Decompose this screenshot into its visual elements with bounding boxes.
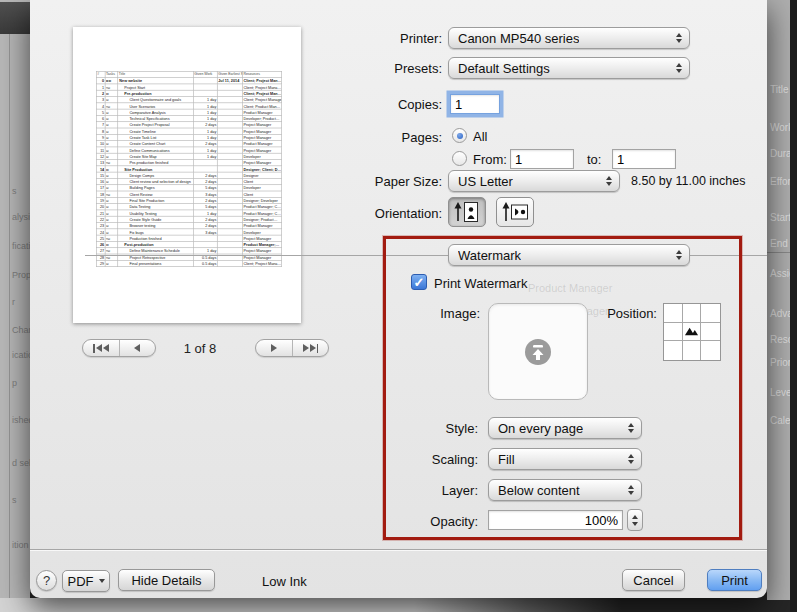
bg-frag: s [12,495,17,505]
bg-frag: ition [12,540,29,550]
background-table-gridline [9,34,10,600]
bg-rlabel: Start [770,212,790,223]
pages-from-label: From: [473,152,507,167]
background-app-bottom-strip [0,598,797,612]
bg-rlabel: Priority [770,357,790,368]
printer-value: Canon MP540 series [458,31,579,46]
bg-rlabel: Assignments [770,268,790,279]
preview-table-row: 29⊟Final presentations0.5 daysClient; Pr… [96,260,281,266]
pages-to-input[interactable]: 1 [612,149,676,169]
bg-frag: alysis [12,212,30,222]
bg-frag: Proposal [12,270,30,280]
hide-details-label: Hide Details [131,573,201,588]
footer-divider-highlight [30,550,767,551]
background-inspector-divider [767,252,790,253]
pages-all-label: All [473,129,487,144]
low-ink-status: Low Ink [262,574,307,589]
bg-rlabel: Duration [770,148,790,159]
print-preview-page: #TasksTitleGiven WorkGiven Earliest Star… [73,27,301,323]
portrait-icon [453,200,481,224]
bg-frag: fications [12,241,30,251]
popup-arrows-icon [676,33,682,43]
question-mark-icon: ? [43,573,50,588]
last-page-button[interactable] [292,340,329,356]
bg-frag: p [12,378,17,388]
previous-page-button[interactable] [119,340,156,356]
cancel-label: Cancel [633,573,673,588]
pages-from-value: 1 [515,152,522,167]
preview-project-table: #TasksTitleGiven WorkGiven Earliest Star… [96,71,282,267]
paper-size-label: Paper Size: [312,174,442,189]
background-app-left-strip: salysisficationsProposalrCharticationspi… [0,0,30,600]
bg-rlabel: Effort [770,176,790,187]
copies-input[interactable]: 1 [450,94,500,114]
pages-from-input[interactable]: 1 [510,149,574,169]
copies-value: 1 [455,97,462,112]
bg-frag: Chart [12,325,30,335]
bg-rlabel: Calendar [770,415,790,426]
hide-details-button[interactable]: Hide Details [118,569,215,591]
screenshot-canvas: salysisficationsProposalrCharticationspi… [0,0,797,612]
pages-all-radio[interactable] [452,128,467,143]
annotation-highlight-rectangle [383,236,742,540]
bg-rlabel: Work [770,122,790,133]
popup-arrows-icon [676,63,682,73]
pages-label: Pages: [312,130,442,145]
printer-label: Printer: [312,31,442,46]
preview-table: #TasksTitleGiven WorkGiven Earliest Star… [96,71,283,281]
print-dialog-sheet: #TasksTitleGiven WorkGiven Earliest Star… [30,0,767,598]
presets-popup[interactable]: Default Settings [448,57,690,79]
bg-frag: ished [12,415,30,425]
bg-rlabel: Title [770,84,789,95]
pdf-label: PDF [68,574,94,589]
pages-to-label: to: [587,152,601,167]
landscape-icon [501,200,529,224]
printer-popup[interactable]: Canon MP540 series [448,27,690,49]
orientation-portrait-button[interactable] [448,197,486,227]
bg-frag: s [12,186,17,196]
paper-size-info: 8.50 by 11.00 inches [631,174,745,188]
bg-rlabel: End [770,238,788,249]
pdf-menu-button[interactable]: PDF [62,570,110,592]
bg-frag: d selection [12,458,30,468]
copies-label: Copies: [312,97,442,112]
cancel-button[interactable]: Cancel [622,569,685,591]
pages-to-value: 1 [617,152,624,167]
bg-frag: r [12,297,15,307]
presets-value: Default Settings [458,61,550,76]
next-page-button[interactable] [256,340,292,356]
bg-rlabel: Leveling [770,387,790,398]
orientation-landscape-button[interactable] [496,197,534,227]
page-indicator: 1 of 8 [160,341,240,356]
popup-arrows-icon [606,176,612,186]
background-app-toolbar [0,2,30,34]
background-app-inspector-strip: TitleWorkDurationEffortStartEndAssignmen… [767,0,790,600]
paper-size-popup[interactable]: US Letter [448,170,620,192]
pdf-dropdown-icon [99,579,105,583]
first-page-button[interactable] [83,340,119,356]
print-label: Print [721,573,748,588]
print-button[interactable]: Print [707,569,762,591]
presets-label: Presets: [312,61,442,76]
bg-rlabel: Advanced [770,308,790,319]
background-dark-edge [790,0,797,612]
orientation-label: Orientation: [312,206,442,221]
preview-nav-back-group [82,339,156,357]
paper-size-value: US Letter [458,174,513,189]
help-button[interactable]: ? [36,570,57,591]
bg-rlabel: Resources [770,334,790,345]
bg-frag: ications [12,350,30,360]
pages-from-radio[interactable] [452,151,467,166]
preview-nav-forward-group [255,339,329,357]
